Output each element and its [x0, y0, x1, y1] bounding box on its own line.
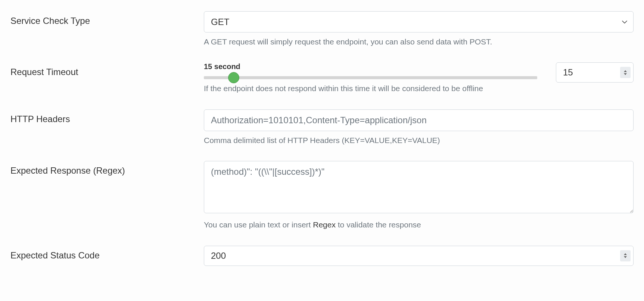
regex-link[interactable]: Regex	[313, 220, 336, 229]
row-service-check-type: Service Check Type GET A GET request wil…	[10, 11, 634, 47]
slider-thumb[interactable]	[228, 72, 239, 83]
label-http-headers: HTTP Headers	[10, 109, 204, 124]
row-request-timeout: Request Timeout 15 second If the endpoin…	[10, 62, 634, 94]
timeout-slider[interactable]	[204, 76, 537, 79]
chevron-up-icon	[624, 70, 627, 72]
number-stepper[interactable]	[620, 67, 631, 78]
number-stepper-status[interactable]	[620, 250, 631, 261]
row-expected-status-code: Expected Status Code	[10, 246, 634, 266]
help-expected-response-before: You can use plain text or insert	[204, 220, 313, 229]
help-http-headers: Comma delimited list of HTTP Headers (KE…	[204, 135, 634, 146]
label-expected-response: Expected Response (Regex)	[10, 161, 204, 176]
chevron-up-icon	[624, 253, 627, 255]
chevron-down-icon	[624, 73, 627, 75]
input-http-headers[interactable]	[204, 109, 634, 131]
chevron-down-icon	[624, 256, 627, 258]
help-service-check-type: A GET request will simply request the en…	[204, 36, 634, 47]
input-expected-status-code[interactable]	[204, 246, 634, 266]
row-expected-response: Expected Response (Regex) You can use pl…	[10, 161, 634, 230]
slider-value-label: 15 second	[204, 62, 537, 71]
help-request-timeout: If the endpoint does not respond within …	[204, 83, 537, 94]
label-service-check-type: Service Check Type	[10, 11, 204, 26]
label-request-timeout: Request Timeout	[10, 62, 204, 77]
label-expected-status-code: Expected Status Code	[10, 246, 204, 261]
select-service-check-type[interactable]: GET	[204, 11, 634, 32]
row-http-headers: HTTP Headers Comma delimited list of HTT…	[10, 109, 634, 146]
help-expected-response-after: to validate the response	[336, 220, 421, 229]
help-expected-response: You can use plain text or insert Regex t…	[204, 219, 634, 230]
textarea-expected-response[interactable]	[204, 161, 634, 213]
